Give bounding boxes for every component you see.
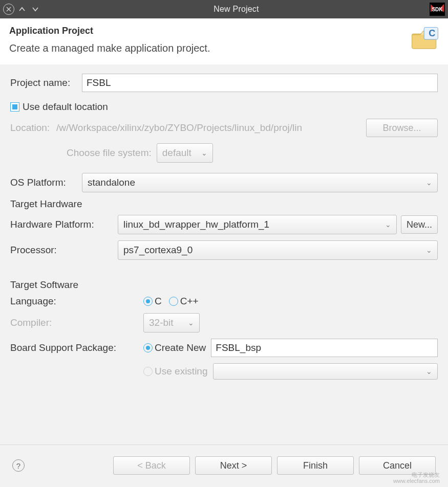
os-platform-label: OS Platform: <box>10 177 82 188</box>
chevron-down-icon: ⌄ <box>201 149 207 157</box>
language-c-label: C <box>155 296 162 307</box>
window-close-icon[interactable] <box>3 4 14 15</box>
finish-button[interactable]: Finish <box>277 456 354 475</box>
new-hardware-button[interactable]: New... <box>401 215 438 234</box>
window-up-icon[interactable] <box>16 4 28 15</box>
project-name-label: Project name: <box>10 77 82 88</box>
wizard-footer: ? < Back Next > Finish Cancel <box>0 446 448 487</box>
svg-text:C: C <box>429 28 435 38</box>
language-c-radio[interactable] <box>143 297 153 306</box>
language-cpp-radio[interactable] <box>169 297 178 306</box>
bsp-create-label: Create New <box>155 342 206 353</box>
bsp-existing-radio <box>143 367 153 376</box>
wizard-body: Project name: Use default location Locat… <box>0 64 448 380</box>
browse-button: Browse... <box>366 119 438 137</box>
compiler-label: Compiler: <box>10 317 143 328</box>
footer-separator <box>0 445 448 445</box>
processor-label: Processor: <box>10 245 118 256</box>
chevron-down-icon: ⌄ <box>188 319 194 327</box>
project-name-input[interactable] <box>82 74 438 92</box>
help-icon[interactable]: ? <box>12 459 25 472</box>
window-title: New Project <box>43 5 430 14</box>
language-cpp-label: C++ <box>180 296 199 307</box>
bsp-label: Board Support Package: <box>10 342 143 353</box>
hardware-platform-label: Hardware Platform: <box>10 219 118 230</box>
window-down-icon[interactable] <box>30 4 41 15</box>
bsp-create-radio[interactable] <box>143 343 153 352</box>
target-software-title: Target Software <box>10 279 438 291</box>
filesystem-select: default⌄ <box>157 143 213 163</box>
chevron-down-icon: ⌄ <box>385 220 391 229</box>
chevron-down-icon: ⌄ <box>426 179 432 187</box>
next-button[interactable]: Next > <box>195 456 272 475</box>
header-title: Application Project <box>9 26 439 36</box>
bsp-existing-label: Use existing <box>155 366 208 377</box>
os-platform-select[interactable]: standalone⌄ <box>82 173 438 192</box>
project-folder-icon: C <box>410 25 440 54</box>
processor-select[interactable]: ps7_cortexa9_0⌄ <box>118 240 438 260</box>
chevron-down-icon: ⌄ <box>426 246 432 254</box>
location-value: /w/Workspace/xilinx/zybo/ZYBO/Projects/l… <box>56 122 359 134</box>
bsp-existing-select: ⌄ <box>213 363 438 380</box>
window-titlebar: New Project SDK <box>0 0 448 18</box>
bsp-name-input[interactable] <box>211 339 438 357</box>
language-label: Language: <box>10 296 143 307</box>
header-description: Create a managed make application projec… <box>9 42 439 54</box>
chevron-down-icon: ⌄ <box>426 367 432 375</box>
back-button: < Back <box>113 456 190 475</box>
filesystem-label: Choose file system: <box>67 147 152 159</box>
target-hardware-title: Target Hardware <box>10 198 438 210</box>
wizard-header: Application Project Create a managed mak… <box>0 18 448 64</box>
location-label: Location: <box>10 122 56 134</box>
hardware-platform-select[interactable]: linux_bd_wrapper_hw_platform_1⌄ <box>118 215 397 234</box>
sdk-logo-icon: SDK <box>430 3 445 16</box>
watermark: 电子发烧友 www.elecfans.com <box>393 472 440 484</box>
use-default-location-label: Use default location <box>23 101 108 113</box>
compiler-select: 32-bit⌄ <box>143 313 200 333</box>
use-default-location-checkbox[interactable] <box>10 102 19 112</box>
